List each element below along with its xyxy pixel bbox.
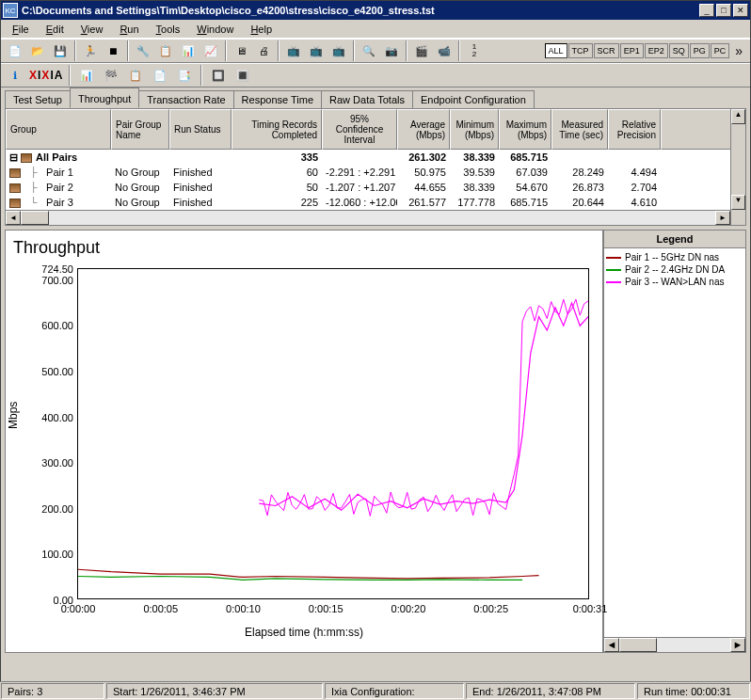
- new-icon[interactable]: 📄: [5, 40, 25, 61]
- toolbar-overflow-icon[interactable]: »: [731, 43, 746, 58]
- tool-icon[interactable]: 🖨: [253, 40, 274, 61]
- table-cell: 685.715: [499, 197, 551, 208]
- tab-response-time[interactable]: Response Time: [233, 90, 322, 108]
- table-row[interactable]: ├ Pair 2No GroupFinished50-1.207 : +1.20…: [6, 180, 745, 195]
- x-tick: 0:00:31: [573, 603, 608, 614]
- column-header[interactable]: Group: [6, 109, 111, 150]
- table-cell: 38.339: [450, 151, 499, 163]
- menu-window[interactable]: Window: [189, 22, 241, 37]
- column-header[interactable]: Average (Mbps): [397, 109, 450, 150]
- tab-throughput[interactable]: Throughput: [70, 88, 139, 108]
- filter-scr[interactable]: SCR: [594, 43, 619, 58]
- group-cell[interactable]: └ Pair 3: [6, 197, 111, 208]
- scroll-left-icon[interactable]: ◄: [6, 211, 21, 225]
- table-cell: 50.975: [397, 167, 450, 178]
- legend-scrollbar[interactable]: ◄ ►: [604, 637, 745, 652]
- column-header[interactable]: Timing Records Completed: [232, 109, 322, 150]
- tool-icon[interactable]: 📊: [76, 65, 97, 86]
- group-cell[interactable]: ├ Pair 2: [6, 182, 111, 193]
- table-cell: 335: [232, 151, 322, 163]
- info-icon[interactable]: ℹ: [5, 65, 25, 86]
- table-cell: 225: [232, 197, 322, 208]
- group-cell[interactable]: ⊟ All Pairs: [6, 151, 111, 164]
- column-header[interactable]: Relative Precision: [608, 109, 661, 150]
- tool-icon[interactable]: 📑: [174, 65, 195, 86]
- menu-run[interactable]: Run: [112, 22, 146, 37]
- tab-test-setup[interactable]: Test Setup: [5, 90, 71, 108]
- column-header[interactable]: Minimum (Mbps): [450, 109, 499, 150]
- tool-icon[interactable]: 📺: [328, 40, 349, 61]
- scroll-right-icon[interactable]: ►: [715, 211, 730, 225]
- table-row[interactable]: ├ Pair 1No GroupFinished60-2.291 : +2.29…: [6, 165, 745, 180]
- tool-icon[interactable]: 📹: [434, 40, 455, 61]
- column-header[interactable]: 95% Confidence Interval: [322, 109, 397, 150]
- tool-icon[interactable]: 📈: [200, 40, 221, 61]
- tool-icon[interactable]: 📋: [125, 65, 146, 86]
- tool-icon[interactable]: 📺: [306, 40, 327, 61]
- open-icon[interactable]: 📂: [27, 40, 48, 61]
- status-pairs: Pairs: 3: [1, 683, 104, 699]
- column-header[interactable]: Run Status: [169, 109, 232, 150]
- tool-icon[interactable]: 12: [464, 40, 485, 61]
- tool-icon[interactable]: 📋: [155, 40, 176, 61]
- legend-item[interactable]: Pair 2 -- 2.4GHz DN DA: [606, 264, 743, 275]
- menu-view[interactable]: View: [73, 22, 111, 37]
- table-cell: -1.207 : +1.207: [322, 182, 397, 193]
- tool-icon[interactable]: 🔍: [359, 40, 379, 61]
- tool-icon[interactable]: 🔲: [208, 65, 229, 86]
- save-icon[interactable]: 💾: [50, 40, 71, 61]
- filter-sq[interactable]: SQ: [669, 43, 689, 58]
- filter-ep2[interactable]: EP2: [645, 43, 668, 58]
- tool-icon[interactable]: 🏁: [101, 65, 121, 86]
- tool-icon[interactable]: 🎬: [411, 40, 432, 61]
- close-button[interactable]: ✕: [733, 4, 748, 17]
- maximize-button[interactable]: □: [716, 4, 731, 17]
- table-row-summary[interactable]: ⊟ All Pairs335261.30238.339685.715: [6, 150, 745, 165]
- tab-raw-data-totals[interactable]: Raw Data Totals: [321, 90, 413, 108]
- tool-icon[interactable]: 🔧: [133, 40, 153, 61]
- scroll-thumb[interactable]: [21, 211, 49, 225]
- scroll-up-icon[interactable]: ▲: [731, 109, 745, 124]
- table-cell: No Group: [111, 197, 169, 208]
- tool-icon[interactable]: 📊: [178, 40, 199, 61]
- group-cell[interactable]: ├ Pair 1: [6, 167, 111, 178]
- y-tick: 724.50: [6, 263, 73, 275]
- run-icon[interactable]: 🏃: [80, 40, 101, 61]
- filter-pg[interactable]: PG: [690, 43, 710, 58]
- filter-all[interactable]: ALL: [545, 43, 567, 58]
- table-cell: 685.715: [499, 151, 551, 163]
- legend-item[interactable]: Pair 1 -- 5GHz DN nas: [606, 252, 743, 262]
- table-row[interactable]: └ Pair 3No GroupFinished225-12.060 : +12…: [6, 195, 745, 210]
- filter-ep1[interactable]: EP1: [620, 43, 644, 58]
- menu-tools[interactable]: Tools: [149, 22, 188, 37]
- toolbar-secondary: ℹ XIXIA 📊 🏁 📋 📄 📑 🔲 🔳: [1, 63, 750, 88]
- table-header: GroupPair Group NameRun StatusTiming Rec…: [6, 109, 745, 150]
- tool-icon[interactable]: 📄: [150, 65, 170, 86]
- menu-edit[interactable]: Edit: [39, 22, 72, 37]
- tab-transaction-rate[interactable]: Transaction Rate: [138, 90, 233, 108]
- vertical-scrollbar[interactable]: ▲ ▼: [730, 109, 745, 225]
- tool-icon[interactable]: 🔳: [232, 65, 253, 86]
- stop-icon[interactable]: ⏹: [103, 40, 123, 61]
- tool-icon[interactable]: 📷: [381, 40, 402, 61]
- tab-endpoint-config[interactable]: Endpoint Configuration: [412, 90, 535, 108]
- x-axis-label: Elapsed time (h:mm:ss): [245, 626, 363, 639]
- legend-item[interactable]: Pair 3 -- WAN>LAN nas: [606, 277, 743, 287]
- filter-pc[interactable]: PC: [711, 43, 730, 58]
- legend-title: Legend: [604, 231, 745, 248]
- filter-tcp[interactable]: TCP: [568, 43, 593, 58]
- x-tick: 0:00:05: [143, 603, 178, 614]
- horizontal-scrollbar[interactable]: ◄ ►: [6, 210, 745, 225]
- scroll-down-icon[interactable]: ▼: [731, 195, 745, 210]
- menubar: File Edit View Run Tools Window Help: [1, 20, 750, 39]
- status-start: Start: 1/26/2011, 3:46:37 PM: [106, 683, 323, 699]
- menu-file[interactable]: File: [5, 22, 37, 37]
- minimize-button[interactable]: _: [699, 4, 714, 17]
- tool-icon[interactable]: 📺: [283, 40, 304, 61]
- column-header[interactable]: Measured Time (sec): [551, 109, 608, 150]
- column-header[interactable]: Maximum (Mbps): [499, 109, 551, 150]
- column-header[interactable]: Pair Group Name: [111, 109, 169, 150]
- status-end: End: 1/26/2011, 3:47:08 PM: [466, 683, 635, 699]
- menu-help[interactable]: Help: [243, 22, 280, 37]
- tool-icon[interactable]: 🖥: [231, 40, 251, 61]
